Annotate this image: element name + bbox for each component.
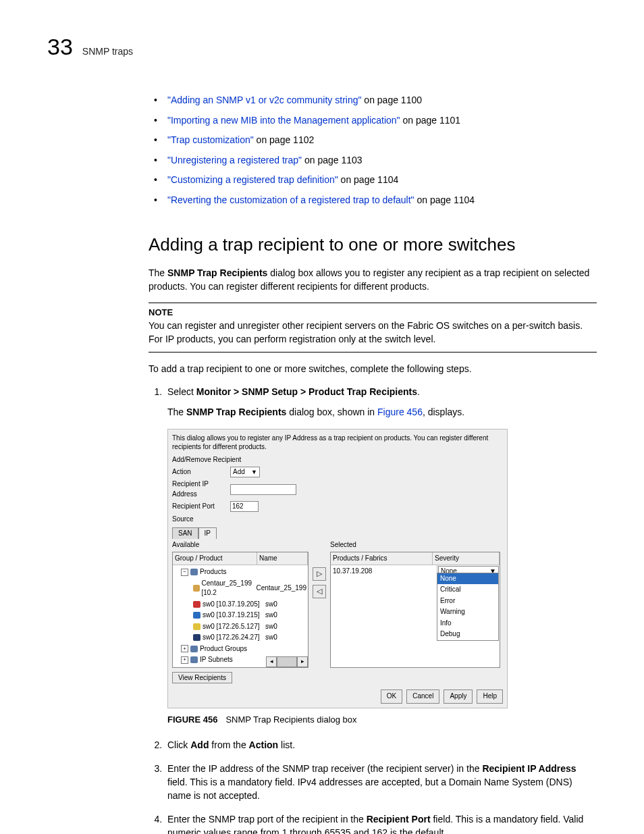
tab-ip[interactable]: IP: [198, 527, 217, 540]
xref-link[interactable]: "Trap customization": [167, 134, 254, 145]
xref-suffix: on page 1101: [400, 115, 461, 126]
xref-suffix: on page 1100: [361, 95, 422, 105]
col-products-fabrics: Products / Fabrics: [331, 552, 433, 565]
recipient-port-input[interactable]: 162: [230, 501, 259, 512]
xref-link[interactable]: "Reverting the customization of a regist…: [167, 194, 414, 205]
switch-icon: [193, 623, 200, 630]
severity-options-list[interactable]: None Critical Error Warning Info Debug: [437, 573, 499, 641]
selected-product: 10.37.19.208: [331, 565, 437, 578]
selected-label: Selected: [330, 540, 500, 550]
snmp-trap-recipients-dialog: This dialog allows you to register any I…: [167, 429, 508, 708]
expand-icon[interactable]: +: [181, 656, 188, 664]
note-body: You can register and unregister other re…: [149, 319, 597, 346]
available-label: Available: [172, 540, 308, 550]
expand-icon[interactable]: +: [181, 645, 188, 652]
xref-link[interactable]: "Customizing a registered trap definitio…: [167, 174, 338, 185]
step-2: Click Add from the Action list.: [165, 738, 597, 752]
note-label: NOTE: [149, 307, 597, 317]
figure-ref-link[interactable]: Figure 456: [377, 407, 423, 417]
dialog-description: This dialog allows you to register any I…: [172, 434, 503, 451]
chevron-down-icon: ▼: [251, 468, 257, 477]
step-3: Enter the IP address of the SNMP trap re…: [165, 762, 597, 803]
section-title: SNMP traps: [82, 46, 133, 57]
recipient-ip-label: Recipient IP Address: [172, 479, 226, 499]
xref-suffix: on page 1104: [414, 194, 475, 205]
lead-paragraph: To add a trap recipient to one or more s…: [149, 362, 597, 375]
help-button[interactable]: Help: [477, 689, 503, 704]
xref-suffix: on page 1104: [338, 174, 399, 185]
action-label: Action: [172, 467, 226, 477]
figure-caption: FIGURE 456SNMP Trap Recipients dialog bo…: [167, 714, 597, 727]
intro-paragraph: The SNMP Trap Recipients dialog box allo…: [149, 266, 597, 294]
fabric-icon: [193, 585, 200, 592]
col-group-product: Group / Product: [173, 552, 257, 565]
switch-icon: [193, 601, 200, 608]
col-name: Name: [257, 552, 308, 565]
cross-reference-list: "Adding an SNMP v1 or v2c community stri…: [149, 94, 597, 207]
source-label: Source: [172, 515, 503, 525]
page-header: 33 SNMP traps: [47, 34, 597, 60]
step-4: Enter the SNMP trap port of the recipien…: [165, 812, 597, 834]
collapse-icon[interactable]: −: [181, 569, 188, 576]
switch-icon: [193, 634, 200, 641]
xref-link[interactable]: "Unregistering a registered trap": [167, 155, 302, 165]
col-severity: Severity: [433, 552, 500, 565]
xref-link[interactable]: "Importing a new MIB into the Management…: [167, 115, 400, 126]
add-remove-section-label: Add/Remove Recipient: [172, 455, 503, 465]
tab-san[interactable]: SAN: [172, 527, 198, 540]
products-icon: [190, 569, 198, 575]
step-1: Select Monitor > SNMP Setup > Product Tr…: [165, 385, 597, 726]
ip-subnets-icon: [190, 656, 198, 663]
note-block: NOTE You can register and unregister oth…: [149, 303, 597, 353]
xref-suffix: on page 1102: [254, 134, 315, 145]
chapter-number: 33: [47, 34, 73, 60]
horizontal-scrollbar[interactable]: ◂▸: [266, 656, 308, 667]
move-right-button[interactable]: ▷: [313, 567, 326, 581]
cancel-button[interactable]: Cancel: [406, 689, 439, 704]
switch-icon: [193, 612, 200, 619]
recipient-port-label: Recipient Port: [172, 502, 226, 512]
available-list[interactable]: Group / Product Name −Products Centaur_2…: [172, 552, 308, 668]
xref-suffix: on page 1103: [302, 155, 363, 165]
apply-button[interactable]: Apply: [444, 689, 473, 704]
product-groups-icon: [190, 646, 198, 652]
xref-link[interactable]: "Adding an SNMP v1 or v2c community stri…: [167, 95, 361, 105]
action-dropdown[interactable]: Add▼: [230, 467, 260, 477]
procedure-steps: Select Monitor > SNMP Setup > Product Tr…: [149, 385, 597, 834]
ok-button[interactable]: OK: [381, 689, 402, 704]
section-heading: Adding a trap recipient to one or more s…: [149, 234, 597, 255]
selected-list[interactable]: Products / Fabrics Severity 10.37.19.208…: [330, 552, 500, 668]
view-recipients-button[interactable]: View Recipients: [172, 672, 232, 683]
recipient-ip-input[interactable]: [230, 484, 296, 495]
move-left-button[interactable]: ◁: [313, 585, 326, 598]
